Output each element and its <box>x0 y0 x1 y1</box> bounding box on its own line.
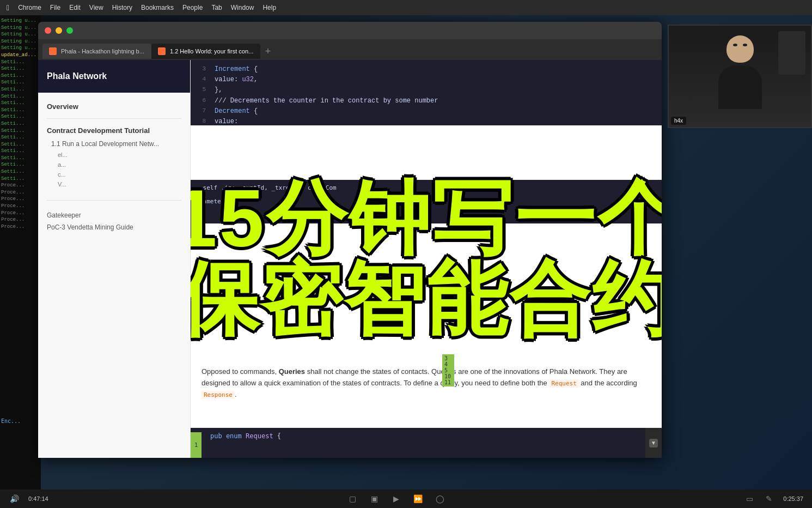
close-button[interactable] <box>45 27 51 34</box>
sidebar-section-tutorial[interactable]: Contract Development Tutorial <box>38 123 190 138</box>
edit-menu[interactable]: Edit <box>69 4 81 11</box>
code-param-text: -ameter <box>191 196 662 207</box>
tab-2[interactable]: 1.2 Hello World: your first con... ✕ <box>151 44 260 59</box>
sidebar-item-mining[interactable]: PoC-3 Vendetta Mining Guide <box>47 221 181 233</box>
right-eye <box>743 44 747 46</box>
scroll-indicator[interactable]: ▼ <box>645 428 662 458</box>
highlight-queries: Queries <box>279 367 305 376</box>
webcam-overlay: h4x <box>668 25 812 128</box>
line-num-7: 7 <box>191 106 212 116</box>
sidebar-nav: Overview Contract Development Tutorial 1… <box>38 93 190 196</box>
people-menu[interactable]: People <box>182 4 203 11</box>
status-center: ▢ ▣ ▶ ⏩ ◯ <box>347 493 445 504</box>
file-menu[interactable]: File <box>50 4 60 11</box>
time-right: 0:25:37 <box>783 495 803 502</box>
tab-menu[interactable]: Tab <box>211 4 222 11</box>
play-icon[interactable]: ▶ <box>391 493 402 504</box>
code-block-top: 3 Increment { 4 value: u32, 5 <box>191 60 662 125</box>
line-num-4: 4 <box>191 75 212 84</box>
time-left: 0:47:14 <box>28 495 48 502</box>
sidebar-item-1-1[interactable]: 1.1 Run a Local Development Netw... <box>38 138 190 150</box>
person-silhouette <box>713 35 767 117</box>
sidebar-subitem-v[interactable]: V... <box>38 179 190 189</box>
volume-icon[interactable]: 🔊 <box>9 493 20 504</box>
bg-item-1 <box>778 31 805 75</box>
apple-menu[interactable]:  <box>7 3 9 12</box>
code-line-7: 7 Decrement { <box>191 106 662 117</box>
sidebar-subitem-a[interactable]: a... <box>38 160 190 170</box>
code-content-4: value: u32, <box>215 75 258 85</box>
forward-icon[interactable]: ⏩ <box>413 493 424 504</box>
code-line-5: 5 }, <box>191 85 662 95</box>
tab-2-label: 1.2 Hello World: your first con... <box>170 48 253 55</box>
line-num-8: 8 <box>191 117 212 125</box>
terminal-panel: Setting u... Setting u... Setting u... S… <box>0 15 41 489</box>
view-menu[interactable]: View <box>89 4 103 11</box>
left-eye <box>733 44 737 46</box>
terminal-output: Setting u... Setting u... Setting u... S… <box>0 15 41 232</box>
code-content-5: }, <box>215 85 222 95</box>
tab-favicon-2 <box>158 47 166 55</box>
wiki-text-block: Opposed to commands, Queries shall not c… <box>191 360 662 414</box>
tab-favicon-1 <box>49 47 57 55</box>
status-left: 🔊 0:47:14 <box>9 493 48 504</box>
cast-icon[interactable]: ▭ <box>744 493 755 504</box>
browser-window: Phala - Hackathon lightning b... ✕ 1.2 H… <box>38 22 662 458</box>
tab-1[interactable]: Phala - Hackathon lightning b... ✕ <box>42 44 151 59</box>
chrome-menu[interactable]: Chrome <box>18 4 41 11</box>
browser-titlebar <box>38 22 662 39</box>
desktop:  Chrome File Edit View History Bookmark… <box>0 0 812 508</box>
sidebar-logo: Phala Network <box>47 71 107 81</box>
overlay-line2: 保密智能合约 <box>191 259 662 340</box>
wiki-main: 3 Increment { 4 value: u32, 5 <box>191 60 662 458</box>
help-menu[interactable]: Help <box>262 4 276 11</box>
code-content-8: value: <box>215 117 238 125</box>
window-menu[interactable]: Window <box>231 4 254 11</box>
edit-icon[interactable]: ✎ <box>764 493 774 504</box>
sidebar-subitem-el[interactable]: el... <box>38 150 190 160</box>
monitor-icon[interactable]: ▣ <box>369 493 380 504</box>
code-partial: .self .in: .ountId, _txref: / cmd: Com -… <box>191 180 662 223</box>
line-num-5: 5 <box>191 85 212 95</box>
sidebar-bottom: Gatekeeper PoC-3 Vendetta Mining Guide <box>38 205 190 238</box>
browser-chrome: Phala - Hackathon lightning b... ✕ 1.2 H… <box>38 22 662 60</box>
bottom-code-text: pub enum Request { <box>202 432 290 440</box>
line-num-6: 6 <box>191 96 212 106</box>
person-head <box>726 35 754 63</box>
person-body <box>718 65 762 109</box>
code-line-4: 4 value: u32, <box>191 75 662 85</box>
status-right: ▭ ✎ 0:25:37 <box>744 493 803 504</box>
terminal-enc: Enc... <box>1 418 21 424</box>
code-content-6: /// Decrements the counter in the contra… <box>215 96 438 106</box>
sidebar-item-gatekeeper[interactable]: Gatekeeper <box>47 209 181 221</box>
top-bar:  Chrome File Edit View History Bookmark… <box>0 0 812 15</box>
sidebar-section-overview[interactable]: Overview <box>38 99 190 114</box>
code-response: Response <box>202 391 235 399</box>
minimize-button[interactable] <box>56 27 62 34</box>
code-line-6: 6 /// Decrements the counter in the cont… <box>191 96 662 106</box>
code-line-8: 8 value: <box>191 117 662 125</box>
new-tab-button[interactable]: + <box>260 44 276 59</box>
bottom-line-num: 1 <box>191 432 202 458</box>
webcam-label: h4x <box>671 117 686 125</box>
bottom-code-block: 1 pub enum Request { ▼ <box>191 428 662 458</box>
browser-content: Phala Network Overview Contract Developm… <box>38 60 662 458</box>
code-request: Request <box>549 379 578 388</box>
tab-bar: Phala - Hackathon lightning b... ✕ 1.2 H… <box>38 39 662 59</box>
sidebar-logo-area: Phala Network <box>38 60 190 93</box>
wiki-paragraph: Opposed to commands, Queries shall not c… <box>202 366 651 400</box>
code-content-7: Decrement { <box>215 106 258 117</box>
code-line-3: 3 Increment { <box>191 64 662 75</box>
webcam-person <box>669 26 811 127</box>
code-content-3: Increment { <box>215 64 258 75</box>
code-partial-text: .self .in: .ountId, _txref: / cmd: Com <box>191 180 662 196</box>
history-menu[interactable]: History <box>112 4 132 11</box>
sidebar-subitem-c[interactable]: c... <box>38 170 190 179</box>
maximize-button[interactable] <box>66 27 73 34</box>
sidebar-divider-2 <box>47 200 181 201</box>
line-numbers-overlay: 3 4 5 10 11 <box>442 354 454 386</box>
status-bar: 🔊 0:47:14 ▢ ▣ ▶ ⏩ ◯ ▭ ✎ 0:25:37 <box>0 489 812 508</box>
subtitle-icon[interactable]: ▢ <box>347 493 358 504</box>
settings-icon[interactable]: ◯ <box>435 493 445 504</box>
bookmarks-menu[interactable]: Bookmarks <box>141 4 174 11</box>
